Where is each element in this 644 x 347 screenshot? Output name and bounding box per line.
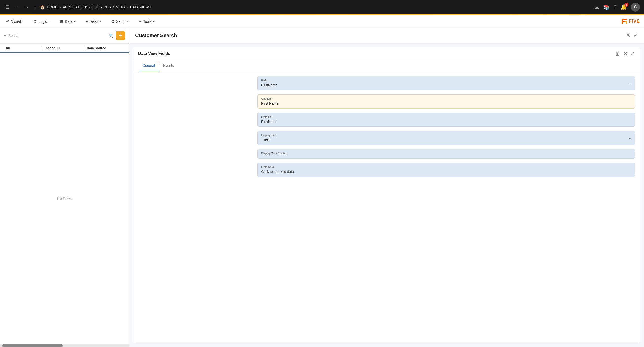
display-type-context-container: Display Type Context [257, 149, 635, 159]
avatar[interactable]: C [631, 3, 640, 12]
display-type-dropdown[interactable]: Display Type _Text ⌄ [257, 131, 635, 145]
gear-icon: ⚙ [111, 19, 115, 24]
field-data-label: Field Data [261, 165, 631, 168]
chevron-down-icon: ▾ [100, 20, 101, 23]
delete-icon[interactable]: 🗑 [615, 51, 620, 57]
display-type-dropdown-arrow-icon: ⌄ [628, 136, 632, 140]
col-source-header: Data Source [84, 46, 125, 50]
top-nav: ☰ ← → ↑ 🏠 HOME › APPLICATIONS (FILTER CU… [0, 0, 644, 14]
filter-icon: ≡ [4, 33, 6, 38]
main-content: ≡ 🔍 + Title Action ID Data Source No Row… [0, 28, 644, 347]
breadcrumb-home[interactable]: HOME [47, 5, 57, 9]
breadcrumb-applications[interactable]: APPLICATIONS (FILTER CUSTOMER) [63, 5, 125, 9]
panel-header: Customer Search ✕ ✓ [129, 28, 644, 43]
breadcrumb: 🏠 HOME › APPLICATIONS (FILTER CUSTOMER) … [40, 5, 151, 10]
breadcrumb-dataviews[interactable]: DATA VIEWS [130, 5, 151, 9]
form-area: Field FirstName ⌄ Caption * First Name F [133, 71, 640, 182]
right-panel: Customer Search ✕ ✓ Data View Fields 🗑 ✕… [129, 28, 644, 347]
display-type-value: _Text [261, 138, 270, 142]
help-icon[interactable]: ? [614, 4, 616, 10]
toolbar-setup[interactable]: ⚙ Setup ▾ [109, 18, 131, 25]
caption-label: Caption * [261, 97, 631, 100]
col-action-header: Action ID [42, 46, 83, 50]
breadcrumb-sep2: › [127, 5, 128, 9]
display-type-context-label: Display Type Context [261, 152, 631, 155]
five-logo-icon [621, 18, 628, 25]
field-data-container: Field Data Click to set field data [257, 163, 635, 177]
display-type-label: Display Type [261, 134, 631, 137]
five-logo-text: FIVE [629, 19, 640, 24]
search-icon: 🔍 [109, 33, 114, 38]
empty-state: No Rows [0, 53, 129, 344]
field-id-label: Field ID * [261, 115, 631, 118]
topnav-right-icons: ☁ 📚 ? 🔔 1 C [594, 3, 640, 12]
toolbar-tools[interactable]: ✂ Tools ▾ [137, 18, 157, 25]
up-icon[interactable]: ↑ [32, 4, 38, 11]
toolbar-data-label: Data [65, 19, 72, 24]
toolbar-setup-label: Setup [116, 19, 126, 24]
chevron-down-icon: ▾ [48, 20, 50, 23]
toolbar-visual[interactable]: 👁 Visual ▾ [4, 18, 26, 25]
tabs: General Events ↑ [133, 60, 640, 71]
field-data-field[interactable]: Field Data Click to set field data [257, 163, 635, 177]
panel-header-actions: ✕ ✓ [626, 32, 638, 39]
toolbar-tasks-label: Tasks [89, 19, 98, 24]
breadcrumb-sep1: › [59, 5, 61, 9]
svg-marker-1 [625, 21, 627, 24]
panel-title: Customer Search [135, 33, 177, 38]
sub-confirm-icon[interactable]: ✓ [631, 51, 635, 57]
empty-message: No Rows [57, 197, 72, 201]
home-icon: 🏠 [40, 5, 45, 10]
sub-panel-header: Data View Fields 🗑 ✕ ✓ [133, 47, 640, 60]
five-logo: FIVE [621, 18, 640, 25]
chevron-down-icon: ▾ [22, 20, 24, 23]
back-icon[interactable]: ← [13, 4, 21, 11]
notification-button[interactable]: 🔔 1 [620, 4, 627, 10]
logic-icon: ⟳ [34, 19, 37, 24]
col-title-header: Title [4, 46, 42, 50]
data-icon: ▦ [60, 19, 63, 24]
tasks-icon: ≡ [86, 19, 88, 24]
field-container: Field FirstName ⌄ [257, 76, 635, 90]
display-type-context-field[interactable]: Display Type Context [257, 149, 635, 159]
search-input[interactable] [8, 34, 107, 38]
scrollbar-thumb[interactable] [2, 344, 63, 347]
field-id-field[interactable]: Field ID * FirstName [257, 113, 635, 127]
chevron-down-icon: ▾ [153, 20, 154, 23]
close-icon[interactable]: ✕ [626, 32, 630, 39]
notification-badge: 1 [624, 3, 628, 7]
toolbar-tasks[interactable]: ≡ Tasks ▾ [84, 18, 103, 25]
sub-close-icon[interactable]: ✕ [623, 51, 628, 57]
confirm-icon[interactable]: ✓ [633, 32, 638, 39]
eye-icon: 👁 [6, 19, 10, 24]
chevron-down-icon: ▾ [74, 20, 75, 23]
sub-panel-actions: 🗑 ✕ ✓ [615, 51, 635, 57]
menu-icon[interactable]: ☰ [4, 3, 11, 11]
sidebar-search-bar: ≡ 🔍 + [0, 28, 129, 44]
field-data-value: Click to set field data [261, 170, 294, 174]
toolbar-logic[interactable]: ⟳ Logic ▾ [32, 18, 52, 25]
tab-events[interactable]: Events ↑ [159, 60, 178, 71]
sub-panel-title: Data View Fields [138, 51, 170, 56]
add-button[interactable]: + [116, 31, 125, 40]
field-label: Field [261, 79, 631, 82]
caption-value: First Name [261, 101, 278, 105]
sub-panel: Data View Fields 🗑 ✕ ✓ General Events ↑ [133, 47, 640, 343]
toolbar-logic-label: Logic [38, 19, 47, 24]
forward-icon[interactable]: → [23, 4, 30, 11]
caption-field[interactable]: Caption * First Name [257, 94, 635, 109]
cloud-icon[interactable]: ☁ [594, 4, 599, 10]
tools-icon: ✂ [139, 19, 142, 24]
toolbar-tools-label: Tools [143, 19, 152, 24]
books-icon[interactable]: 📚 [603, 4, 610, 10]
field-dropdown[interactable]: Field FirstName ⌄ [257, 76, 635, 90]
chevron-down-icon: ▾ [127, 20, 129, 23]
toolbar-visual-label: Visual [11, 19, 21, 24]
field-id-value: FirstName [261, 120, 278, 124]
toolbar: 👁 Visual ▾ ⟳ Logic ▾ ▦ Data ▾ ≡ Tasks ▾ … [0, 15, 644, 28]
sidebar-scrollbar[interactable] [0, 344, 129, 347]
toolbar-data[interactable]: ▦ Data ▾ [58, 18, 77, 25]
dropdown-arrow-icon: ⌄ [628, 81, 632, 86]
field-value: FirstName [261, 83, 278, 87]
display-type-container: Display Type _Text ⌄ [257, 131, 635, 145]
